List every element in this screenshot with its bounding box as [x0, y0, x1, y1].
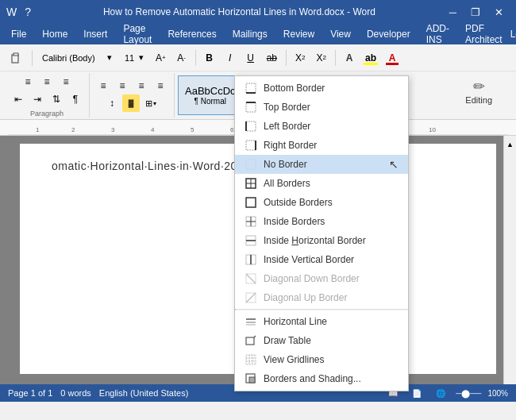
font-size-chevron: ▾: [139, 52, 144, 63]
ribbon-toolbar-row1: Calibri (Body) ▾ 11 ▾ A+ A- B I U ab X2 …: [0, 44, 516, 71]
italic-button[interactable]: I: [221, 49, 239, 67]
close-button[interactable]: ✕: [488, 6, 510, 19]
menu-view[interactable]: View: [322, 25, 359, 43]
superscript-button[interactable]: X2: [313, 49, 330, 67]
show-formatting-button[interactable]: ¶: [67, 91, 84, 108]
no-border-item[interactable]: No Border ↖: [235, 155, 408, 174]
all-borders-item[interactable]: All Borders: [235, 174, 408, 193]
window-controls: ─ ❐ ✕: [443, 6, 510, 19]
inside-borders-label: Inside Borders: [264, 216, 325, 227]
align-left-button[interactable]: ≡: [94, 77, 112, 94]
menu-pdf[interactable]: PDF Architect: [457, 20, 510, 48]
scroll-up-button[interactable]: ▲: [502, 136, 517, 153]
font-color-button[interactable]: A: [383, 49, 401, 67]
borders-button[interactable]: ⊞ ▾: [141, 94, 160, 112]
sort-button[interactable]: ⇅: [48, 91, 65, 108]
paragraph-label: Paragraph: [30, 110, 64, 118]
top-border-item[interactable]: Top Border: [235, 98, 408, 117]
menu-home[interactable]: Home: [34, 25, 75, 43]
word-icon: W: [6, 6, 17, 18]
bottom-border-item[interactable]: Bottom Border: [235, 79, 408, 98]
subscript-button[interactable]: X2: [291, 49, 309, 67]
draw-table-item[interactable]: Draw Table: [235, 331, 408, 350]
paste-button[interactable]: [5, 49, 27, 67]
svg-text:5: 5: [191, 126, 194, 133]
view-gridlines-item[interactable]: View Gridlines: [235, 350, 408, 369]
zoom-slider[interactable]: ─⬤──: [456, 389, 481, 398]
inside-v-border-item[interactable]: Inside Vertical Border: [235, 250, 408, 269]
vertical-scrollbar[interactable]: ▲: [503, 136, 516, 384]
numbering-button[interactable]: ≡: [38, 73, 56, 91]
left-border-item[interactable]: Left Border: [235, 117, 408, 136]
borders-dropdown-menu: Bottom Border Top Border Left Border Rig…: [234, 75, 409, 391]
strikethrough-button[interactable]: ab: [263, 49, 281, 67]
font-shrink-button[interactable]: A-: [173, 49, 191, 67]
menu-developer[interactable]: Developer: [359, 25, 418, 43]
style-normal[interactable]: AaBbCcDc ¶ Normal: [178, 75, 243, 115]
bullets-button[interactable]: ≡: [19, 73, 37, 91]
font-name-dropdown[interactable]: Calibri (Body) ▾: [37, 50, 117, 65]
menu-file[interactable]: File: [3, 25, 34, 43]
highlight-button[interactable]: ab: [361, 49, 380, 67]
svg-rect-15: [246, 102, 256, 112]
text-effects-button[interactable]: A: [341, 49, 358, 67]
diag-down-border-item: Diagonal Down Border: [235, 269, 408, 288]
inside-h-border-item[interactable]: Inside Horizontal Border: [235, 231, 408, 250]
alignment-group: ≡ ≡ ≡ ≡ ↕ ▓ ⊞ ▾: [90, 73, 175, 118]
line-spacing-button[interactable]: ↕: [103, 94, 121, 112]
borders-shading-item[interactable]: Borders and Shading...: [235, 369, 408, 388]
decrease-indent-button[interactable]: ⇤: [10, 91, 27, 108]
title-bar-left: W ?: [6, 6, 36, 18]
menu-review[interactable]: Review: [275, 25, 322, 43]
horizontal-line-item[interactable]: Horizontal Line: [235, 312, 408, 331]
shading-button[interactable]: ▓: [122, 94, 140, 112]
outside-borders-icon: [245, 196, 257, 209]
justify-button[interactable]: ≡: [152, 77, 169, 94]
menu-insert[interactable]: Insert: [75, 25, 115, 43]
svg-text:3: 3: [111, 126, 115, 133]
editing-icon: ✏: [473, 78, 485, 95]
borders-dropdown-arrow[interactable]: ▾: [153, 100, 156, 107]
underline-button[interactable]: U: [242, 49, 260, 67]
font-grow-button[interactable]: A+: [152, 49, 170, 67]
svg-rect-13: [246, 83, 256, 93]
web-layout-button[interactable]: 🌐: [432, 384, 449, 402]
bold-button[interactable]: B: [201, 49, 218, 67]
align-right-button[interactable]: ≡: [133, 77, 150, 94]
sep4: [335, 50, 336, 66]
editing-label: Editing: [465, 95, 492, 105]
menu-mailings[interactable]: Mailings: [225, 25, 275, 43]
help-button[interactable]: ?: [20, 6, 36, 18]
multilevel-list-button[interactable]: ≡: [57, 73, 75, 91]
top-border-icon: [245, 101, 257, 114]
zoom-level: 100%: [487, 389, 508, 398]
top-border-label: Top Border: [264, 102, 310, 113]
no-border-label: No Border: [264, 159, 307, 170]
right-border-item[interactable]: Right Border: [235, 136, 408, 155]
menu-references[interactable]: References: [160, 25, 224, 43]
draw-table-icon: [245, 334, 257, 347]
inside-borders-item[interactable]: Inside Borders: [235, 212, 408, 231]
cursor-indicator: ↖: [389, 158, 399, 171]
right-border-icon: [245, 139, 257, 152]
outside-borders-item[interactable]: Outside Borders: [235, 193, 408, 212]
borders-shading-icon: [245, 372, 257, 385]
menu-page-layout[interactable]: Page Layout: [115, 20, 160, 48]
lists-row1: ≡ ≡ ≡: [19, 73, 75, 91]
borders-shading-label: Borders and Shading...: [264, 373, 361, 384]
bottom-border-label: Bottom Border: [264, 83, 325, 94]
font-size-dropdown[interactable]: 11 ▾: [120, 50, 148, 65]
menu-addins[interactable]: ADD-INS: [418, 20, 457, 48]
svg-line-36: [246, 293, 256, 302]
restore-button[interactable]: ❐: [464, 6, 487, 19]
svg-line-34: [246, 274, 256, 283]
editing-badge: ✏ Editing: [465, 78, 492, 105]
svg-rect-17: [246, 121, 256, 131]
print-layout-button[interactable]: 📄: [408, 384, 426, 402]
increase-indent-button[interactable]: ⇥: [29, 91, 46, 108]
horizontal-line-label: Horizontal Line: [264, 316, 327, 327]
horizontal-line-icon: [245, 315, 257, 328]
sep1: [32, 50, 33, 66]
align-center-button[interactable]: ≡: [114, 77, 131, 94]
minimize-button[interactable]: ─: [443, 6, 463, 19]
